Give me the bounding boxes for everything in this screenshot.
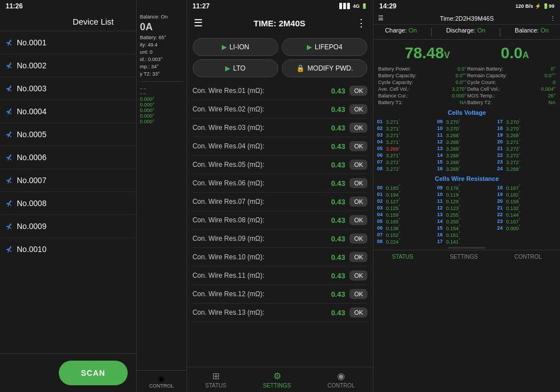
res-ok-button[interactable]: OK — [349, 178, 367, 188]
voltage-display: 78.48V — [405, 44, 450, 62]
cell-voltage-item: 143.268↑ — [437, 152, 497, 158]
settings-title: TIME: 2M40S — [203, 18, 357, 28]
partial-capacity: ity: 49.4 — [140, 42, 183, 48]
cell-resistance-item: 120.123° — [437, 204, 497, 211]
settings-topbar: ☰ TIME: 2M40S ⋮ — [187, 12, 374, 34]
cell-resistance-item: 090.176° — [437, 184, 497, 191]
res-value: 0.43 — [323, 124, 345, 132]
cell-voltage-item: 043.271↑ — [377, 138, 436, 145]
screen-device-list: 11:26 ▋▋ ▲ 🔋 Device List ⊀ No.0001 ⊀ No.… — [0, 0, 187, 392]
current-display: 0.0A — [501, 44, 529, 62]
resistance-row: Con. Wire Res.13 (mΩ): 0.43 OK — [193, 304, 368, 322]
res-ok-button[interactable]: OK — [349, 289, 367, 299]
cell-resistance-item: 040.159° — [377, 211, 436, 218]
device-name: No.0004 — [17, 107, 46, 116]
res-value: 0.43 — [323, 87, 345, 95]
nav-status-3[interactable]: STATUS — [392, 254, 413, 260]
res-ok-button[interactable]: OK — [349, 234, 367, 244]
resistance-list: Con. Wire Res.01 (mΩ): 0.43 OK Con. Wire… — [187, 82, 374, 367]
cell-resistance-item: 100.119° — [437, 191, 497, 198]
cell-resistance-item: 130.255° — [437, 211, 497, 218]
control-nav-icon: ◉ — [337, 371, 345, 381]
res-ok-button[interactable]: OK — [349, 307, 367, 318]
res-ok-button[interactable]: OK — [349, 86, 367, 96]
bluetooth-icon: ⊀ — [6, 107, 12, 116]
modify-pwd-button[interactable]: 🔒 MODIFY PWD. — [282, 59, 367, 77]
res-label: Con. Wire Res.08 (mΩ): — [193, 216, 323, 224]
partial-vol: ol.: 0.003° — [140, 57, 183, 62]
resistance-row: Con. Wire Res.09 (mΩ): 0.43 OK — [193, 230, 368, 248]
bluetooth-icon: ⊀ — [6, 245, 12, 254]
cell-voltage-item: 173.270↑ — [497, 118, 557, 125]
status-topbar: ☰ Time:2D2H39M46S ⋮ — [374, 12, 560, 24]
res-label: Con. Wire Res.13 (mΩ): — [193, 309, 323, 316]
control-label: CONTROL — [139, 383, 184, 389]
lifepo4-button[interactable]: ▶ LIFEPO4 — [282, 38, 367, 56]
cells-resistance-section-title: Cells Wire Resistance — [374, 173, 560, 183]
cell-resistance-item: 110.129° — [437, 198, 497, 204]
lock-icon: 🔒 — [296, 64, 305, 72]
partial-screen2-overlay: Balance: On 0A Battery: 65° ity: 49.4 un… — [136, 0, 186, 392]
stats-grid: Battery Power:0.0°Battery Capacity:0.0°°… — [374, 64, 560, 107]
res-ok-button[interactable]: OK — [349, 252, 367, 262]
nav-settings[interactable]: ⚙ SETTINGS — [263, 371, 291, 389]
stat-item: Battery T2:NA — [467, 99, 556, 106]
res-ok-button[interactable]: OK — [349, 270, 367, 281]
cell-resistance-item: 160.151° — [437, 231, 497, 238]
cell-voltage-item: 203.271↑ — [497, 138, 557, 145]
cell-voltage-item: 083.272↑ — [377, 165, 436, 172]
res-ok-button[interactable]: OK — [349, 215, 367, 225]
screen-status: 14:29 120 B/s ⚡ 🔋99 ☰ Time:2D2H39M46S ⋮ … — [374, 0, 560, 392]
cell-voltage-item: 103.270↑ — [437, 125, 497, 132]
cell-voltage-item: 153.268↑ — [437, 158, 497, 165]
stat-item: Remain Battery:0° — [467, 66, 556, 72]
resistance-row: Con. Wire Res.08 (mΩ): 0.43 OK — [193, 211, 368, 230]
res-ok-button[interactable]: OK — [349, 160, 367, 170]
nav-status-label: STATUS — [205, 382, 226, 389]
res-ok-button[interactable]: OK — [349, 123, 367, 133]
nav-settings-label: SETTINGS — [263, 382, 291, 389]
partial-control-bar: ◉ CONTROL — [137, 370, 186, 392]
device-name: No.0008 — [17, 199, 46, 208]
res-ok-button[interactable]: OK — [349, 141, 367, 151]
bottom-nav-3: STATUS SETTINGS CONTROL — [374, 250, 560, 263]
liion-button[interactable]: ▶ LI-ION — [193, 38, 278, 56]
res-ok-button[interactable]: OK — [349, 104, 367, 114]
cell-resistance-item: 020.127° — [377, 198, 436, 204]
res-label: Con. Wire Res.05 (mΩ): — [193, 161, 323, 169]
lto-button[interactable]: ▶ LTO — [193, 59, 278, 77]
charge-indicator: Charge: On — [385, 27, 417, 37]
cell-voltage-item: 113.268↑ — [437, 132, 497, 138]
stat-item: Battery T1:NA — [378, 99, 466, 106]
hamburger-icon-3[interactable]: ☰ — [378, 15, 384, 22]
nav-settings-3[interactable]: SETTINGS — [450, 254, 478, 260]
cell-resistance-column: 090.176°100.119°110.129°120.123°130.255°… — [437, 184, 497, 245]
partial-balance: Balance: On — [140, 14, 183, 20]
resistance-row: Con. Wire Res.11 (mΩ): 0.43 OK — [193, 267, 368, 285]
cell-voltage-item: 053.268↑ — [377, 145, 436, 152]
cell-resistance-item: 170.141° — [437, 238, 497, 245]
nav-status[interactable]: ⊞ STATUS — [205, 371, 226, 389]
stat-item: Balance Cur.:0.000° — [378, 92, 466, 99]
partial-cycle: unt: 0 — [140, 49, 183, 55]
stat-item: Ave. Cell Vol.:3.270° — [378, 86, 466, 92]
cell-voltage-item: 163.268↑ — [437, 165, 497, 172]
nav-control-label: CONTROL — [328, 382, 355, 389]
cell-resistance-item: 230.167° — [497, 218, 557, 225]
nav-control[interactable]: ◉ CONTROL — [328, 371, 355, 389]
hamburger-icon[interactable]: ☰ — [194, 17, 203, 29]
arrow-icon: ▶ — [225, 64, 230, 72]
mode-buttons-grid: ▶ LI-ION ▶ LIFEPO4 ▶ LTO 🔒 MODIFY PWD. — [187, 34, 374, 82]
stat-item: Battery Power:0.0° — [378, 66, 466, 72]
device-name: No.0005 — [17, 130, 46, 139]
stat-item: MOS Temp.:26° — [467, 92, 556, 99]
stat-item: Delta Cell Vol.:0.004° — [467, 86, 556, 92]
status-title: Time:2D2H39M46S — [440, 15, 494, 22]
res-value: 0.43 — [323, 235, 345, 243]
scan-button[interactable]: SCAN — [59, 361, 128, 385]
cell-voltage-item: 023.271↑ — [377, 125, 436, 132]
nav-control-3[interactable]: CONTROL — [514, 254, 542, 260]
more-icon-3[interactable]: ⋮ — [550, 15, 556, 21]
res-ok-button[interactable]: OK — [349, 197, 367, 207]
more-icon[interactable]: ⋮ — [356, 17, 366, 29]
